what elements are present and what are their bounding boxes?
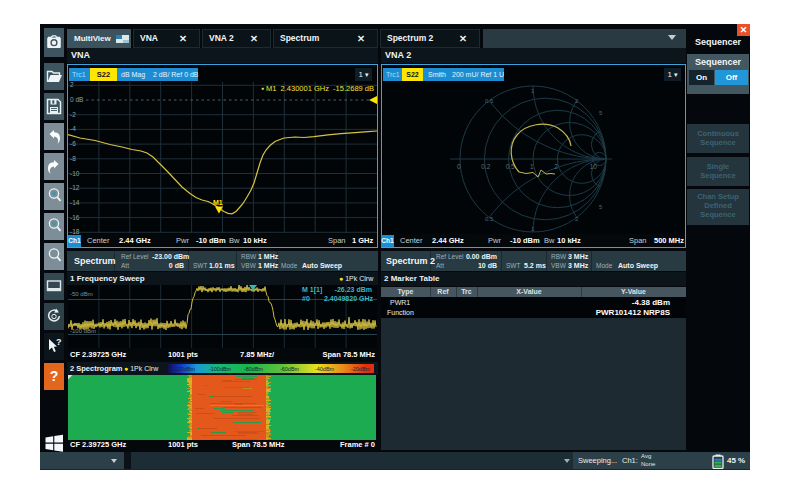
svg-text:M1: M1	[213, 199, 223, 206]
svg-text:1: 1	[530, 163, 534, 170]
svg-text:10: 10	[590, 163, 598, 170]
svg-text:?: ?	[56, 337, 62, 347]
svg-text:0: 0	[457, 163, 461, 170]
svg-text:1: 1	[531, 226, 535, 232]
svg-text:0.5: 0.5	[485, 216, 494, 222]
svg-text:5: 5	[599, 110, 603, 116]
svg-text:2: 2	[554, 163, 558, 170]
svg-text:2: 2	[575, 216, 579, 222]
svg-text:5: 5	[599, 204, 603, 210]
svg-text:1: 1	[531, 88, 535, 94]
svg-text:0.5: 0.5	[485, 98, 494, 104]
svg-text:2: 2	[575, 98, 579, 104]
svg-text:0.2: 0.2	[481, 163, 490, 170]
